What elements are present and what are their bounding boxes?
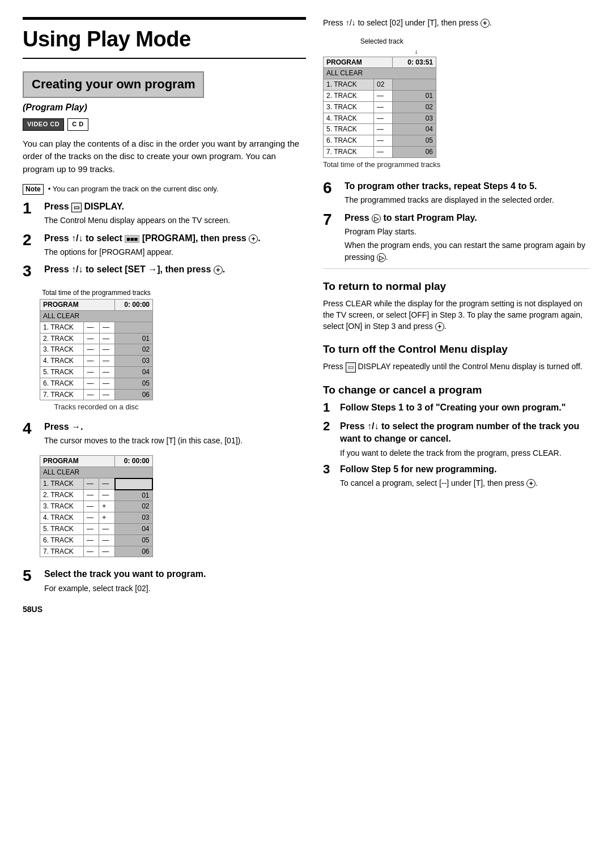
- step-5: 5 Select the track you want to program. …: [23, 568, 306, 594]
- plus-icon-return: +: [435, 322, 444, 331]
- plus-icon-cancel: +: [526, 479, 536, 488]
- step-3-num: 3: [23, 263, 44, 279]
- step-1-title: Press ▭ DISPLAY.: [44, 200, 306, 213]
- play-icon-7b: ▷: [377, 253, 386, 262]
- program-table-3: Selected track ↓ PROGRAM 0: 03:51 ALL CL…: [323, 37, 440, 170]
- step-5-title: Select the track you want to program.: [44, 568, 306, 580]
- step-4-desc: The cursor moves to the track row [T] (i…: [44, 435, 306, 446]
- step-2-desc: The options for [PROGRAM] appear.: [44, 246, 306, 258]
- right-intro: Press ↑/↓ to select [02] under [T], then…: [323, 17, 589, 29]
- table1-all-clear: ALL CLEAR: [40, 311, 153, 322]
- change-step-1-text: Follow Steps 1 to 3 of "Creating your ow…: [340, 401, 589, 414]
- table3-header-program: PROGRAM: [324, 57, 393, 68]
- step-7-num: 7: [323, 212, 345, 228]
- step-5-desc: For example, select track [02].: [44, 583, 306, 594]
- step-7-title: Press ▷ to start Program Play.: [345, 212, 589, 224]
- table3-header-time: 0: 03:51: [393, 57, 436, 68]
- display-icon-off: ▭: [346, 362, 356, 373]
- step-4-title: Press →.: [44, 421, 306, 433]
- step-6: 6 To program other tracks, repeat Steps …: [323, 180, 589, 206]
- change-step-3-text: Follow Step 5 for new programming.: [340, 463, 589, 476]
- table2-all-clear: ALL CLEAR: [40, 467, 153, 478]
- change-step-1-num: 1: [323, 401, 340, 414]
- plus-icon-2: +: [249, 234, 258, 243]
- step-1: 1 Press ▭ DISPLAY. The Control Menu disp…: [23, 200, 306, 226]
- step-2-num: 2: [23, 232, 44, 248]
- change-step-3: 3 Follow Step 5 for new programming. To …: [323, 463, 589, 489]
- step-7-desc2: When the program ends, you can restart t…: [345, 240, 589, 263]
- table2-header-program: PROGRAM: [40, 456, 115, 467]
- step-7-desc1: Program Play starts.: [345, 226, 589, 237]
- change-step-1: 1 Follow Steps 1 to 3 of "Creating your …: [323, 401, 589, 416]
- return-title: To return to normal play: [323, 279, 589, 294]
- badge-video-cd: VIDEO CD: [23, 118, 64, 130]
- program-table-2: PROGRAM 0: 00:00 ALL CLEAR 1. TRACK—— 2.…: [40, 455, 153, 557]
- page-number: 58US: [23, 604, 306, 615]
- return-text: Press CLEAR while the display for the pr…: [323, 298, 589, 332]
- step-5-num: 5: [23, 568, 44, 584]
- table1-header-time: 0: 00:00: [115, 300, 153, 311]
- change-step-2-subdesc: If you want to delete the track from the…: [340, 447, 589, 459]
- step-6-desc: The programmed tracks are displayed in t…: [345, 194, 589, 206]
- change-step-3-subdesc: To cancel a program, select [--] under […: [340, 477, 589, 489]
- step-4-num: 4: [23, 421, 44, 437]
- step-2-title: Press ↑/↓ to select ■■■ [PROGRAM], then …: [44, 232, 306, 245]
- plus-icon-right: +: [481, 19, 490, 28]
- table3-all-clear: ALL CLEAR: [324, 68, 436, 79]
- change-step-2-num: 2: [323, 420, 340, 433]
- play-icon-7: ▷: [372, 214, 381, 223]
- step-6-title: To program other tracks, repeat Steps 4 …: [345, 180, 589, 193]
- table2-header-time: 0: 00:00: [115, 456, 152, 467]
- page-title: Using Play Mode: [23, 17, 306, 59]
- section-header: Creating your own program: [23, 71, 204, 98]
- table1-caption-top: Total time of the programmed tracks: [40, 288, 153, 298]
- step-3-title: Press ↑/↓ to select [SET →], then press …: [44, 263, 306, 276]
- step-1-desc: The Control Menu display appears on the …: [44, 215, 306, 226]
- step-7: 7 Press ▷ to start Program Play. Program…: [323, 212, 589, 263]
- turn-off-title: To turn off the Control Menu display: [323, 342, 589, 357]
- step-3: 3 Press ↑/↓ to select [SET →], then pres…: [23, 263, 306, 279]
- table3-caption-top: Selected track: [323, 37, 440, 46]
- table1-caption-bottom: Tracks recorded on a disc: [40, 402, 153, 412]
- table3-caption-bottom: Total time of the programmed tracks: [323, 160, 440, 170]
- subtitle: (Program Play): [23, 101, 306, 114]
- intro-text: You can play the contents of a disc in t…: [23, 138, 306, 176]
- table1-header-program: PROGRAM: [40, 300, 115, 311]
- change-title: To change or cancel a program: [323, 383, 589, 398]
- change-step-3-num: 3: [323, 463, 340, 476]
- note-text: • You can program the track on the curre…: [48, 185, 219, 193]
- note-label: Note: [23, 184, 44, 195]
- table3-arrow: ↓: [323, 47, 418, 57]
- step-6-num: 6: [323, 180, 345, 196]
- display-icon-1: ▭: [71, 203, 82, 212]
- step-2: 2 Press ↑/↓ to select ■■■ [PROGRAM], the…: [23, 232, 306, 258]
- badge-cd: C D: [67, 118, 88, 130]
- plus-icon-3: +: [214, 266, 223, 275]
- change-step-2-text: Press ↑/↓ to select the program number o…: [340, 420, 589, 446]
- change-step-2: 2 Press ↑/↓ to select the program number…: [323, 420, 589, 459]
- program-table-1: Total time of the programmed tracks PROG…: [40, 288, 153, 412]
- step-4: 4 Press →. The cursor moves to the track…: [23, 421, 306, 447]
- step-1-num: 1: [23, 200, 44, 216]
- turn-off-text: Press ▭ DISPLAY repeatedly until the Con…: [323, 361, 589, 373]
